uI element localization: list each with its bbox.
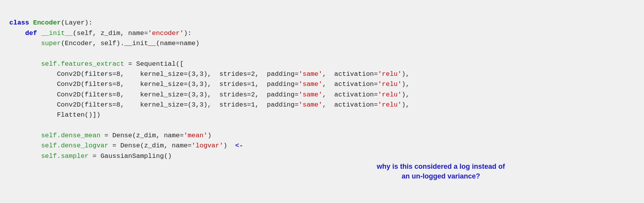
- obj-dense-mean: self.dense_mean: [41, 132, 101, 139]
- code-text: = GaussianSampling(): [89, 152, 172, 160]
- keyword-class: class: [9, 19, 29, 26]
- line-9: Conv2D(filters=8, kernel_size=(3,3), str…: [9, 101, 409, 108]
- code-text: ),: [402, 91, 409, 98]
- str-relu-1: 'relu': [378, 70, 402, 78]
- code-text: (Encoder, self).__init__(name=name): [61, 40, 200, 47]
- line-5: self.features_extract = Sequential([: [9, 60, 184, 68]
- annotation-line2: an un-logged variance?: [402, 172, 480, 180]
- str-mean: 'mean': [184, 132, 207, 139]
- line-14: self.sampler = GaussianSampling(): [9, 152, 172, 160]
- str-same-4: 'same': [299, 101, 322, 108]
- str-same-1: 'same': [299, 70, 322, 78]
- str-same-2: 'same': [299, 80, 322, 88]
- code-text: Conv2D(filters=8, kernel_size=(3,3), str…: [57, 91, 298, 98]
- code-text: = Sequential([: [124, 60, 184, 68]
- str-logvar: 'logvar': [191, 142, 223, 149]
- line-12: self.dense_mean = Dense(z_dim, name='mea…: [9, 132, 211, 139]
- code-text: = Dense(z_dim, name=: [101, 132, 184, 139]
- code-text: Conv2D(filters=8, kernel_size=(3,3), str…: [57, 101, 298, 108]
- fn-super: super: [41, 40, 61, 47]
- str-same-3: 'same': [299, 91, 322, 98]
- line-6: Conv2D(filters=8, kernel_size=(3,3), str…: [9, 70, 409, 78]
- code-text: ):: [184, 30, 191, 37]
- str-encoder: 'encoder': [148, 30, 184, 37]
- code-container: class Encoder(Layer): def __init__(self,…: [0, 0, 644, 203]
- obj-features: self.features_extract: [41, 60, 124, 68]
- obj-dense-logvar: self.dense_logvar: [41, 142, 108, 149]
- code-text: Conv2D(filters=8, kernel_size=(3,3), str…: [57, 80, 298, 88]
- fn-init: __init__: [41, 30, 73, 37]
- code-block: class Encoder(Layer): def __init__(self,…: [9, 8, 635, 172]
- line-4: [9, 50, 13, 57]
- line-8: Conv2D(filters=8, kernel_size=(3,3), str…: [9, 91, 409, 98]
- code-text: ),: [402, 101, 409, 108]
- annotation-text: why is this considered a log instead of …: [377, 162, 505, 181]
- code-text: , activation=: [322, 91, 378, 98]
- obj-sampler: self.sampler: [41, 152, 89, 160]
- line-2: def __init__(self, z_dim, name='encoder'…: [9, 30, 191, 37]
- str-relu-4: 'relu': [378, 101, 402, 108]
- code-text: ),: [402, 80, 409, 88]
- code-text: (Layer):: [61, 19, 93, 26]
- code-text: , activation=: [322, 70, 378, 78]
- line-13: self.dense_logvar = Dense(z_dim, name='l…: [9, 142, 243, 149]
- code-text: Conv2D(filters=8, kernel_size=(3,3), str…: [57, 70, 298, 78]
- arrow-annotation: <-: [235, 142, 243, 149]
- str-relu-3: 'relu': [378, 91, 402, 98]
- line-7: Conv2D(filters=8, kernel_size=(3,3), str…: [9, 80, 409, 88]
- keyword-def: def: [25, 30, 37, 37]
- line-3: super(Encoder, self).__init__(name=name): [9, 40, 200, 47]
- str-relu-2: 'relu': [378, 80, 402, 88]
- code-text: ),: [402, 70, 409, 78]
- code-text: = Dense(z_dim, name=: [108, 142, 191, 149]
- code-text: , activation=: [322, 80, 378, 88]
- code-text: , activation=: [322, 101, 378, 108]
- class-name: Encoder: [33, 19, 61, 26]
- line-1: class Encoder(Layer):: [9, 19, 92, 26]
- code-text: ): [207, 132, 211, 139]
- line-10: Flatten()]): [9, 111, 101, 119]
- annotation-line1: why is this considered a log instead of: [377, 163, 505, 170]
- code-text: (self, z_dim, name=: [73, 30, 148, 37]
- code-text: Flatten()]): [57, 111, 100, 119]
- line-11: [9, 122, 13, 129]
- code-text: ): [223, 142, 235, 149]
